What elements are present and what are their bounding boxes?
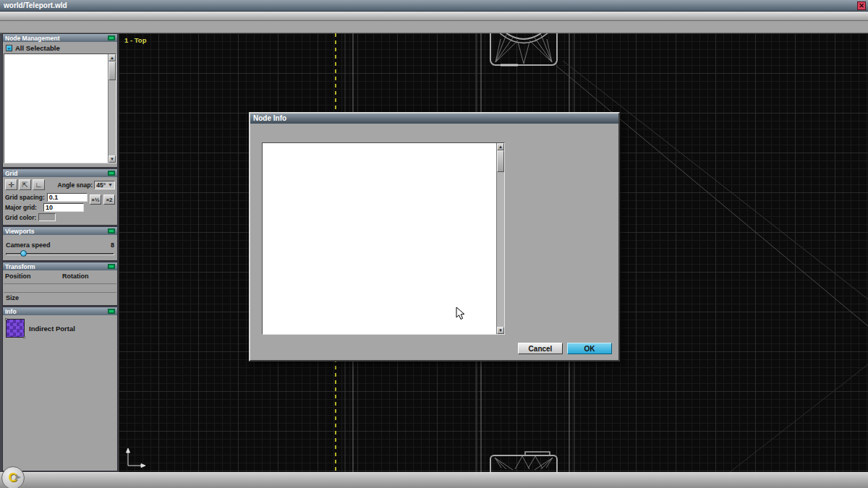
- axis-gizmo: [127, 448, 146, 468]
- grid-spacing-input[interactable]: 0.1: [47, 193, 88, 202]
- ok-button[interactable]: OK: [567, 343, 612, 354]
- node-tree: ▲ ▼: [4, 53, 116, 163]
- camera-speed-value: 8: [111, 241, 114, 249]
- taskbar: C➤: [0, 472, 868, 488]
- angle-snap-dropdown[interactable]: 45° ▼: [94, 181, 115, 189]
- all-selectable-label: All Selectable: [15, 44, 60, 52]
- grid-spacing-label: Grid spacing:: [5, 194, 45, 201]
- tree-scrollbar[interactable]: ▲ ▼: [108, 54, 116, 163]
- panel-title: Transform: [5, 263, 35, 270]
- panel-header-viewports[interactable]: Viewports: [3, 227, 117, 235]
- node-info-dialog: Node Info ▲ ▼ Cancel OK: [249, 112, 620, 361]
- camera-speed-label: Camera speed: [6, 241, 51, 249]
- panel-header-node-management[interactable]: Node Management: [3, 34, 117, 42]
- angle-snap-label: Angle snap:: [58, 181, 93, 189]
- node-type-icon: [6, 319, 25, 338]
- window-title: world/Teleport.wld: [4, 1, 67, 9]
- collapse-icon[interactable]: [108, 309, 115, 314]
- panel-title: Info: [5, 308, 17, 315]
- angle-snap-icon[interactable]: ∟: [33, 179, 45, 190]
- scroll-up-icon[interactable]: ▲: [109, 54, 116, 61]
- collapse-icon[interactable]: [108, 35, 115, 40]
- panel-header-info[interactable]: Info: [3, 307, 117, 315]
- panel-grid: Grid ✛ ⇱ ∟ Angle snap: 45° ▼: [2, 168, 118, 226]
- all-selectable-checkbox[interactable]: –: [6, 45, 12, 51]
- viewport-label: 1 - Top: [124, 36, 146, 44]
- panel-node-management: Node Management – All Selectable ▲ ▼: [2, 33, 118, 168]
- panel-transform: Transform Position Rotation Size: [2, 262, 118, 306]
- grid-color-label: Grid color:: [5, 214, 36, 221]
- collapse-icon[interactable]: [108, 264, 115, 269]
- panel-title: Viewports: [5, 228, 34, 235]
- major-grid-label: Major grid:: [5, 204, 37, 211]
- position-label: Position: [5, 273, 58, 280]
- collapse-icon[interactable]: [108, 228, 115, 234]
- panel-title: Node Management: [5, 35, 60, 42]
- sidebar: Node Management – All Selectable ▲ ▼: [0, 33, 119, 472]
- wireframe-structure-bottom: [490, 452, 557, 472]
- panel-title: Grid: [5, 170, 17, 177]
- dialog-scrollbar[interactable]: ▲ ▼: [496, 143, 504, 334]
- toolbar: [0, 21, 868, 33]
- portal-settings-table: ▲ ▼: [262, 142, 505, 335]
- window-titlebar[interactable]: world/Teleport.wld ✕: [0, 0, 868, 12]
- camera-speed-slider[interactable]: [6, 250, 114, 257]
- slider-knob[interactable]: [20, 250, 27, 257]
- all-selectable-row[interactable]: – All Selectable: [4, 43, 116, 53]
- scroll-up-icon[interactable]: ▲: [497, 143, 504, 150]
- dialog-tabs: [250, 124, 618, 128]
- panel-info: Info Indirect Portal: [2, 307, 118, 471]
- size-label: Size: [4, 292, 116, 302]
- scroll-thumb[interactable]: [497, 150, 504, 172]
- app-logo[interactable]: C➤: [1, 466, 25, 488]
- wireframe-structure-top: [490, 33, 557, 65]
- grid-double-button[interactable]: ×2: [103, 194, 115, 205]
- grid-color-swatch[interactable]: [38, 213, 56, 221]
- scroll-down-icon[interactable]: ▼: [109, 155, 116, 163]
- rotation-label: Rotation: [62, 273, 115, 280]
- collapse-icon[interactable]: [108, 171, 115, 176]
- close-icon[interactable]: ✕: [857, 1, 866, 10]
- scroll-down-icon[interactable]: ▼: [497, 327, 504, 334]
- scroll-thumb[interactable]: [109, 61, 116, 80]
- panel-header-transform[interactable]: Transform: [3, 262, 117, 270]
- menu-bar: [0, 12, 868, 21]
- vertex-snap-icon[interactable]: ⇱: [19, 179, 31, 190]
- chevron-down-icon: ▼: [108, 182, 113, 187]
- cancel-button[interactable]: Cancel: [518, 343, 563, 354]
- node-name: Indirect Portal: [29, 325, 75, 333]
- grid-snap-icon[interactable]: ✛: [5, 179, 17, 190]
- dialog-title: Node Info: [253, 114, 286, 122]
- panel-header-grid[interactable]: Grid: [3, 169, 117, 177]
- panel-viewports: Viewports Camera speed 8: [2, 226, 118, 261]
- dialog-titlebar[interactable]: Node Info: [250, 114, 618, 124]
- major-grid-input[interactable]: 10: [43, 203, 84, 212]
- grid-half-button[interactable]: ×½: [90, 194, 101, 205]
